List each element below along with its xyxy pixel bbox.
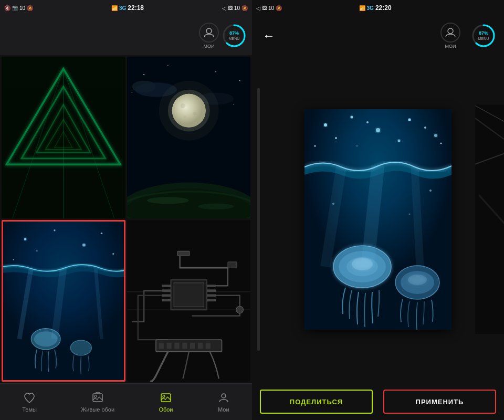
svg-point-73 [94,395,97,397]
svg-point-86 [408,118,411,121]
svg-point-23 [132,81,156,93]
svg-point-38 [24,238,26,240]
img-icon-right: 🖼 [262,5,267,10]
wallpaper-grid [0,55,252,383]
svg-text:87%: 87% [229,30,239,36]
svg-point-35 [146,197,188,204]
menu-progress-left[interactable]: 87% MENU [222,23,247,48]
wallpaper-underwater-bg [3,222,124,380]
wallpaper-tech-bg [127,220,251,382]
progress-svg-right: 87% MENU [471,23,496,48]
grid-item-underwater[interactable] [2,220,125,382]
menu-progress-right[interactable]: 87% MENU [471,23,496,48]
back-button[interactable]: ← [260,26,278,46]
wallpaper-moon-bg [127,57,251,218]
apply-button[interactable]: ПРИМЕНИТЬ [383,390,496,414]
svg-point-76 [222,394,226,398]
bottom-nav-left: Темы Живые обои Обои [0,383,252,420]
svg-point-43 [112,253,114,255]
underwater-svg [3,222,124,380]
svg-rect-53 [162,285,171,287]
svg-point-20 [131,92,132,93]
svg-point-41 [101,233,102,234]
wifi-icon-left: 📶 [111,5,118,11]
network-type-left: 3G [119,5,126,11]
svg-rect-59 [206,294,215,297]
my-profile-right[interactable]: МОИ [440,23,460,49]
moon-svg [127,57,251,218]
nav-live-wallpaper[interactable]: Живые обои [76,389,120,415]
svg-rect-14 [2,57,125,218]
photo-active-icon [160,392,172,404]
svg-point-97 [429,190,432,192]
volume-icon: 🔇 [4,5,10,11]
network-right: 📶 3G 22:20 [359,4,392,12]
preview-underwater-svg [304,109,452,330]
svg-rect-37 [3,222,124,380]
top-bar-right: ← МОИ 87% MENU [252,16,504,55]
sig-right: 🔕 [276,5,282,11]
grid-item-moon[interactable] [127,57,251,218]
img-icon-left: 🖼 [228,5,233,10]
share-button[interactable]: ПОДЕЛИТЬСЯ [260,390,373,414]
svg-point-16 [143,74,144,75]
svg-rect-68 [182,343,187,349]
grid-item-tech[interactable] [127,220,251,382]
svg-point-0 [206,28,212,34]
svg-rect-65 [159,343,163,349]
signal-icon-left: 🔕 [27,5,33,11]
svg-text:MENU: MENU [478,37,489,40]
svg-point-104 [408,275,427,285]
network-type-right: 3G [367,5,374,11]
svg-point-96 [409,213,411,215]
svg-point-83 [324,123,327,127]
my-profile-left[interactable]: МОИ [199,23,219,49]
my-label-left: МОИ [204,44,215,49]
svg-rect-55 [162,294,171,297]
svg-rect-52 [174,283,204,307]
svg-point-90 [424,127,426,129]
triangle-svg [2,57,125,218]
svg-point-101 [352,258,373,270]
left-divider-strip [257,88,260,351]
svg-point-36 [197,203,233,209]
svg-rect-66 [166,343,171,349]
bat-right: 10 [268,5,274,11]
svg-point-87 [434,134,437,137]
svg-point-84 [351,116,353,118]
svg-rect-60 [206,299,215,302]
nav-my[interactable]: Мои [212,389,235,415]
svg-point-17 [167,65,168,66]
side-strip-preview [475,104,504,334]
preview-main-image [304,109,452,330]
svg-point-44 [13,259,14,260]
svg-point-31 [183,115,186,118]
nav-live-label: Живые обои [81,406,114,413]
svg-point-94 [356,145,358,146]
svg-point-40 [82,244,86,247]
svg-point-28 [172,94,205,128]
arrow-left-icon: ◁ [222,5,226,11]
svg-point-21 [233,104,234,105]
svg-point-92 [366,121,369,123]
grid-item-triangles[interactable] [2,57,125,218]
right-panel: ◁ 🖼 10 🔕 📶 3G 22:20 ← МОИ [252,0,504,420]
svg-point-89 [398,139,401,142]
wallpaper-triangles-bg [2,57,125,218]
bat2-left: 10 [234,5,240,11]
svg-point-88 [335,137,337,139]
progress-svg-left: 87% MENU [222,23,247,48]
person-svg-right [445,27,456,38]
person-svg-left [203,27,215,38]
svg-rect-62 [227,262,236,268]
nav-themes[interactable]: Темы [17,389,42,415]
top-bar-left: МОИ 87% MENU [0,16,252,55]
my-icon-right [440,23,460,43]
heart-icon [23,392,36,404]
nav-wallpapers-label: Обои [159,406,173,413]
status-bar-right: ◁ 🖼 10 🔕 📶 3G 22:20 [252,0,504,16]
svg-rect-57 [206,285,215,287]
svg-rect-69 [190,343,195,349]
nav-wallpapers[interactable]: Обои [153,389,178,415]
svg-point-30 [193,112,196,116]
